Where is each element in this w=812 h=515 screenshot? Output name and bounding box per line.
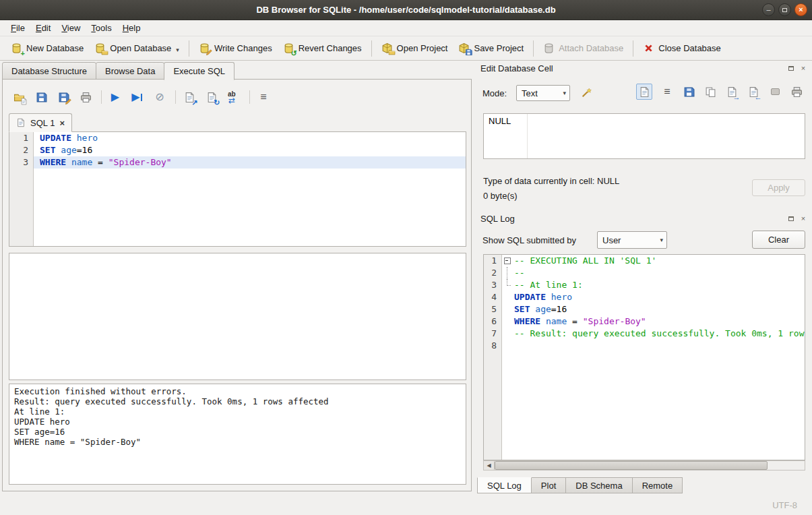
main-toolbar: + New Database Open Database ▾ Write Cha… <box>0 36 812 61</box>
auto-switch-mode-button[interactable] <box>580 86 593 99</box>
write-changes-button[interactable]: Write Changes <box>193 39 278 57</box>
set-null-icon <box>771 88 780 95</box>
new-database-button[interactable]: + New Database <box>5 39 89 57</box>
edit-cell-header: Edit Database Cell <box>480 63 553 73</box>
log-filter-select[interactable]: User ▾ <box>597 231 667 249</box>
button-label: New Database <box>26 43 84 53</box>
export-button[interactable]: → <box>725 85 739 98</box>
button-label: Open Database <box>110 43 171 53</box>
statusbar: UTF-8 <box>0 495 812 515</box>
line-number: 6 <box>484 315 502 328</box>
menu-help[interactable]: Help <box>117 21 146 35</box>
sql-tab[interactable]: SQL 1 × <box>9 113 72 132</box>
execute-all-icon: ▶ <box>111 92 119 102</box>
fold-marker[interactable] <box>502 255 512 267</box>
save-sql-file-as-button[interactable] <box>55 89 71 105</box>
line-number: 2 <box>484 267 502 279</box>
revert-changes-icon: ↺ <box>283 42 294 54</box>
save-as-button[interactable] <box>682 85 695 98</box>
tab-remote[interactable]: Remote <box>632 477 683 493</box>
line-number: 1 <box>9 132 34 144</box>
tab-database-structure[interactable]: Database Structure <box>2 62 96 80</box>
cell-editor-divider <box>527 114 528 158</box>
refresh-button[interactable]: ↻ <box>204 89 220 105</box>
word-wrap-button[interactable]: ≡ <box>660 85 674 98</box>
word-wrap-button[interactable]: ≡ <box>255 89 272 105</box>
close-panel-icon[interactable]: × <box>799 63 808 73</box>
print-sql-button[interactable] <box>77 89 94 105</box>
tab-plot[interactable]: Plot <box>531 477 566 493</box>
copy-button[interactable] <box>704 85 717 98</box>
menu-edit[interactable]: Edit <box>30 21 56 35</box>
tab-db-schema[interactable]: DB Schema <box>565 477 632 493</box>
results-grid[interactable] <box>9 253 466 380</box>
set-null-button[interactable] <box>768 85 782 98</box>
stop-icon: ⊘ <box>155 92 164 102</box>
open-sql-file-button[interactable] <box>11 89 27 105</box>
toolbar-separator <box>633 40 633 57</box>
log-line: 3 -- At line 1: <box>484 279 805 291</box>
tab-browse-data[interactable]: Browse Data <box>96 62 164 80</box>
clear-log-button[interactable]: Clear <box>752 231 805 249</box>
encoding-indicator[interactable]: UTF-8 <box>772 500 797 510</box>
log-line: 4 UPDATE hero <box>484 291 805 303</box>
print-cell-button[interactable] <box>790 85 803 98</box>
edit-cell-dock-controls: × <box>786 63 808 73</box>
tab-execute-sql[interactable]: Execute SQL <box>164 62 235 80</box>
find-replace-icon: ab ⇄ <box>227 91 241 103</box>
toolbar-separator <box>189 40 189 57</box>
mode-select[interactable]: Text ▾ <box>516 85 570 101</box>
close-button[interactable]: × <box>794 3 807 16</box>
open-database-button[interactable]: Open Database ▾ <box>89 39 185 57</box>
menu-tools[interactable]: Tools <box>86 21 117 35</box>
menu-view[interactable]: View <box>56 21 86 35</box>
open-project-button[interactable]: Open Project <box>376 39 454 57</box>
revert-changes-button[interactable]: ↺ Revert Changes <box>278 39 367 57</box>
execute-current-line-icon: ▶ <box>131 92 143 102</box>
execute-current-line-button[interactable]: ▶ <box>129 89 146 105</box>
float-panel-icon[interactable] <box>786 63 796 73</box>
window-controls: – × <box>762 3 807 16</box>
log-line: 6 WHERE name = "Spider-Boy" <box>484 315 805 328</box>
log-filter-value: User <box>602 235 621 245</box>
button-label: Open Project <box>397 43 448 53</box>
minimize-button[interactable]: – <box>762 3 775 16</box>
fold-marker <box>502 267 512 279</box>
editor-line-current: 3 WHERE name = "Spider-Boy" <box>9 156 466 169</box>
mode-text-button[interactable] <box>636 84 652 100</box>
sql-tab-close-icon[interactable]: × <box>59 119 65 127</box>
word-wrap-icon: ≡ <box>664 86 670 98</box>
open-sql-in-tab-button[interactable]: ↗ <box>181 89 197 105</box>
titlebar[interactable]: DB Browser for SQLite - /home/user/code/… <box>0 0 812 20</box>
find-replace-button[interactable]: ab ⇄ <box>226 89 242 105</box>
execute-all-button[interactable]: ▶ <box>107 89 123 105</box>
save-project-button[interactable]: Save Project <box>453 39 529 57</box>
import-button[interactable]: ← <box>747 85 760 98</box>
horizontal-scrollbar[interactable]: ◀ ▶ <box>483 460 805 471</box>
fold-marker <box>502 279 512 291</box>
maximize-button[interactable] <box>778 3 791 16</box>
cell-editor[interactable]: NULL <box>483 113 805 159</box>
close-database-button[interactable]: Close Database <box>637 39 726 57</box>
scrollbar-thumb[interactable] <box>495 461 768 470</box>
float-panel-icon[interactable] <box>786 214 796 223</box>
menu-file[interactable]: File <box>5 21 30 35</box>
attach-database-button[interactable]: Attach Database <box>538 39 629 57</box>
sql-file-icon <box>16 118 26 127</box>
sql-editor[interactable]: 1 UPDATE hero 2 SET age=16 3 WHERE name … <box>9 131 466 247</box>
stop-execution-button[interactable]: ⊘ <box>152 89 168 105</box>
execution-output[interactable]: Execution finished without errors. Resul… <box>9 384 466 485</box>
scrollbar-track[interactable] <box>495 461 805 470</box>
close-panel-icon[interactable]: × <box>799 214 808 223</box>
save-sql-file-as-icon <box>58 92 69 103</box>
close-database-icon <box>643 42 654 54</box>
save-sql-file-button[interactable] <box>33 89 49 105</box>
maximize-icon <box>782 8 787 12</box>
apply-button[interactable]: Apply <box>752 179 805 196</box>
sql-log-view[interactable]: 1 -- EXECUTING ALL IN 'SQL 1' 2 -- 3 -- … <box>483 254 805 460</box>
open-database-dropdown-icon[interactable]: ▾ <box>176 47 179 54</box>
tab-sql-log[interactable]: SQL Log <box>477 477 532 493</box>
scroll-left-icon[interactable]: ◀ <box>484 461 495 470</box>
word-wrap-icon: ≡ <box>260 92 266 102</box>
log-filter-label: Show SQL submitted by <box>482 235 576 245</box>
